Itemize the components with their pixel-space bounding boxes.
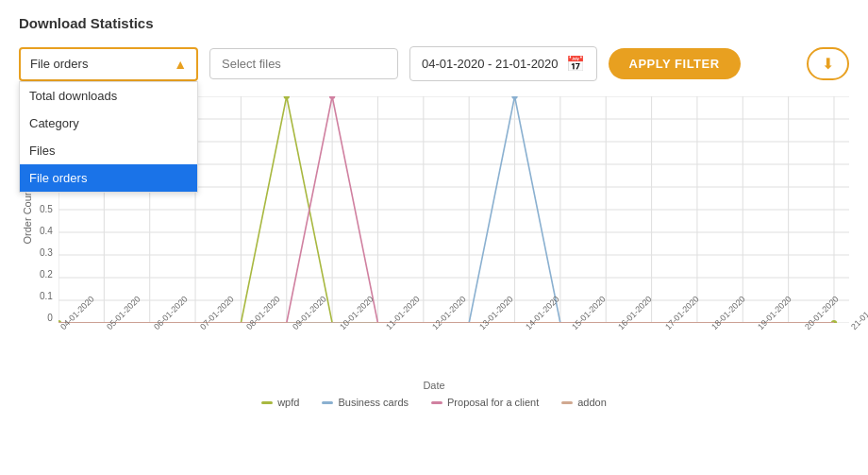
dropdown-item-category[interactable]: Category xyxy=(20,110,197,137)
dropdown-item-total-downloads[interactable]: Total downloads xyxy=(20,82,197,110)
x-axis-label: Date xyxy=(423,380,444,391)
download-icon: ⬇ xyxy=(822,55,834,73)
chart-legend: wpfd Business cards Proposal for a clien… xyxy=(19,397,849,408)
xtick-14-01: 14-01-2020 xyxy=(524,325,530,331)
dropdown-arrow-icon: ▲ xyxy=(174,57,187,72)
filter-dropdown[interactable]: File orders ▲ Total downloads Category F… xyxy=(19,47,198,81)
calendar-icon[interactable]: 📅 xyxy=(566,55,585,73)
xtick-21-01: 21-01-2020 xyxy=(849,325,856,331)
ytick-0.4: 0.4 xyxy=(40,226,53,236)
xtick-07-01: 07-01-2020 xyxy=(198,325,205,331)
ytick-0.2: 0.2 xyxy=(40,269,53,280)
xtick-06-01: 06-01-2020 xyxy=(152,325,159,331)
xtick-15-01: 15-01-2020 xyxy=(570,325,576,331)
select-files-input[interactable] xyxy=(209,48,398,79)
xtick-19-01: 19-01-2020 xyxy=(756,325,762,331)
y-axis-label: Order Count xyxy=(22,187,33,245)
legend-item-addon: addon xyxy=(561,397,607,408)
legend-color-proposal xyxy=(431,401,442,404)
dropdown-item-files[interactable]: Files xyxy=(20,137,197,164)
ytick-0.1: 0.1 xyxy=(40,291,53,301)
xtick-17-01: 17-01-2020 xyxy=(663,325,670,331)
dropdown-menu: Total downloads Category Files File orde… xyxy=(19,81,198,193)
legend-item-business-cards: Business cards xyxy=(322,397,409,408)
xtick-11-01: 11-01-2020 xyxy=(384,325,391,331)
dropdown-item-file-orders[interactable]: File orders xyxy=(20,164,197,192)
legend-color-addon xyxy=(561,401,573,404)
xtick-12-01: 12-01-2020 xyxy=(430,325,437,331)
dot-wpfd-5 xyxy=(283,96,289,99)
ytick-0.5: 0.5 xyxy=(40,204,53,214)
legend-label-business-cards: Business cards xyxy=(338,397,409,408)
legend-label-wpfd: wpfd xyxy=(277,397,299,408)
legend-label-proposal: Proposal for a client xyxy=(447,397,539,408)
dropdown-button[interactable]: File orders ▲ xyxy=(19,47,198,81)
xtick-05-01: 05-01-2020 xyxy=(105,325,111,331)
xtick-09-01: 09-01-2020 xyxy=(291,325,297,331)
legend-color-wpfd xyxy=(261,401,273,404)
legend-item-wpfd: wpfd xyxy=(261,397,299,408)
download-button[interactable]: ⬇ xyxy=(807,47,849,80)
toolbar: File orders ▲ Total downloads Category F… xyxy=(19,46,849,81)
xtick-20-01: 20-01-2020 xyxy=(803,325,810,331)
date-range-display: 04-01-2020 - 21-01-2020 📅 xyxy=(409,46,597,81)
xtick-16-01: 16-01-2020 xyxy=(616,325,623,331)
page-title: Download Statistics xyxy=(19,15,849,31)
xtick-08-01: 08-01-2020 xyxy=(244,325,251,331)
legend-color-business-cards xyxy=(322,401,333,404)
date-range-text: 04-01-2020 - 21-01-2020 xyxy=(422,57,559,71)
dot-business-cards-10 xyxy=(511,96,517,99)
dropdown-selected-label: File orders xyxy=(30,57,88,71)
ytick-0.3: 0.3 xyxy=(40,247,53,258)
legend-item-proposal: Proposal for a client xyxy=(431,397,539,408)
xtick-13-01: 13-01-2020 xyxy=(477,325,484,331)
legend-label-addon: addon xyxy=(577,397,607,408)
xtick-04-01: 04-01-2020 xyxy=(58,325,65,331)
apply-filter-button[interactable]: APPLY FILTER xyxy=(609,48,741,79)
xtick-18-01: 18-01-2020 xyxy=(709,325,716,331)
ytick-0: 0 xyxy=(47,313,53,323)
xtick-10-01: 10-01-2020 xyxy=(338,325,344,331)
dot-proposal-6 xyxy=(329,96,335,99)
